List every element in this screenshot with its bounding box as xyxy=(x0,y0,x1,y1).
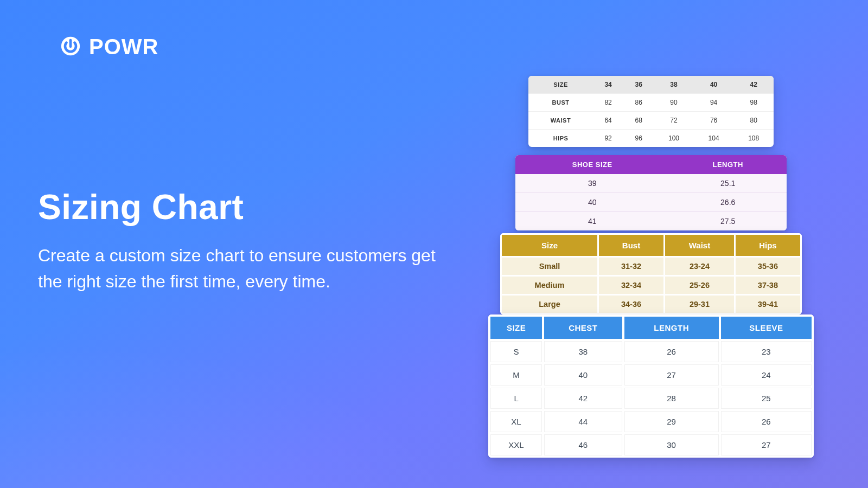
table-header-row: Size Bust Waist Hips xyxy=(502,235,800,256)
table-row: XXL 46 30 27 xyxy=(490,434,812,455)
table-row: XL 44 29 26 xyxy=(490,411,812,432)
table-row: WAIST 64 68 72 76 80 xyxy=(528,112,774,130)
power-icon xyxy=(60,35,81,59)
hero-title: Sizing Chart xyxy=(38,187,450,227)
table-row: HIPS 92 96 100 104 108 xyxy=(528,130,774,147)
table-header-row: SIZE CHEST LENGTH SLEEVE xyxy=(490,317,812,339)
table-row: SIZE 34 36 38 40 42 xyxy=(528,76,774,94)
table-row: M 40 27 24 xyxy=(490,364,812,386)
hero-subtitle: Create a custom size chart to ensure cus… xyxy=(38,242,450,294)
table-row: BUST 82 86 90 94 98 xyxy=(528,94,774,112)
table-row: 41 27.5 xyxy=(515,212,787,231)
table-row: 40 26.6 xyxy=(515,193,787,212)
shoe-size-chart: SHOE SIZE LENGTH 39 25.1 40 26.6 41 27.5 xyxy=(515,155,787,230)
brand-logo: POWR xyxy=(60,35,158,59)
table-row: 39 25.1 xyxy=(515,174,787,193)
table-row: S 38 26 23 xyxy=(490,341,812,362)
blue-shirt-chart: SIZE CHEST LENGTH SLEEVE S 38 26 23 M 40… xyxy=(488,314,814,458)
table-row: Large 34-36 29-31 39-41 xyxy=(502,296,800,313)
table-header-row: SHOE SIZE LENGTH xyxy=(515,155,787,174)
table-row: Small 31-32 23-24 35-36 xyxy=(502,258,800,275)
body-matrix-chart: SIZE 34 36 38 40 42 BUST 82 86 90 94 98 … xyxy=(528,76,774,147)
table-row: L 42 28 25 xyxy=(490,388,812,409)
brand-name: POWR xyxy=(89,35,158,59)
table-row: Medium 32-34 25-26 37-38 xyxy=(502,277,800,294)
gold-clothing-chart: Size Bust Waist Hips Small 31-32 23-24 3… xyxy=(500,233,802,314)
